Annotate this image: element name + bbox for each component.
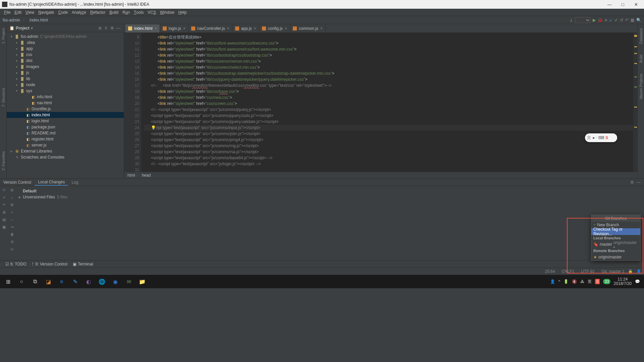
- menu-navigate[interactable]: Navigate: [36, 9, 56, 16]
- hide-icon[interactable]: —: [115, 26, 121, 31]
- vc-shelve-icon[interactable]: ▦: [1, 224, 7, 230]
- vc-delete-icon[interactable]: 🗑: [9, 232, 15, 237]
- scroll-from-source-icon[interactable]: ⊕: [97, 26, 103, 31]
- btn-version-control[interactable]: ᚶ 9: Version Control: [29, 260, 70, 267]
- status-git[interactable]: Git: master ‡: [598, 269, 625, 274]
- vc-changelist-icon[interactable]: ▤: [1, 217, 7, 222]
- cortana-icon[interactable]: ○: [15, 276, 28, 287]
- tray-expand-icon[interactable]: ^: [558, 279, 560, 284]
- vc-hide-icon[interactable]: —: [637, 180, 641, 185]
- vc-settings-icon[interactable]: ⚙: [630, 180, 634, 185]
- vc-changes-tree[interactable]: Default ▸Unversioned Files5 files: [16, 186, 644, 260]
- status-position[interactable]: 25:64: [545, 269, 555, 274]
- editor-tab-login.js[interactable]: login.js×: [160, 24, 189, 33]
- explorer-icon[interactable]: 📁: [136, 276, 149, 287]
- menu-window[interactable]: Window: [158, 9, 176, 16]
- tray-badge-icon[interactable]: 33: [603, 279, 610, 284]
- close-icon[interactable]: ×: [227, 26, 229, 31]
- vc-tab-local-changes[interactable]: Local Changes: [35, 179, 68, 186]
- tray-people-icon[interactable]: 👤: [550, 279, 555, 284]
- vc-refresh-icon[interactable]: ↻: [1, 187, 7, 193]
- menu-edit[interactable]: Edit: [12, 9, 23, 16]
- status-encoding[interactable]: UTF-8‡: [578, 269, 595, 274]
- tree-file[interactable]: ◧package.json: [7, 124, 124, 130]
- status-hector-icon[interactable]: 👤: [636, 269, 641, 274]
- run-config-select[interactable]: [575, 17, 591, 23]
- menu-run[interactable]: Run: [120, 9, 132, 16]
- tree-file[interactable]: ◧register.html: [7, 136, 124, 142]
- run-icon[interactable]: ▶: [593, 18, 596, 22]
- close-icon[interactable]: ×: [183, 26, 185, 31]
- structure-breadcrumb[interactable]: html〉head: [124, 172, 637, 178]
- tray-clock[interactable]: 11:24 2018/7/20: [614, 277, 632, 286]
- wechat-icon[interactable]: ✉: [122, 276, 136, 287]
- tool-maven[interactable]: Maven Projects: [639, 72, 643, 101]
- vc-expand-icon[interactable]: ↕: [9, 195, 15, 200]
- vc-preview-icon[interactable]: ▭: [9, 246, 15, 252]
- close-icon[interactable]: ×: [285, 26, 287, 31]
- tool-database[interactable]: Database: [639, 26, 643, 46]
- maximize-button[interactable]: □: [617, 2, 629, 7]
- vc-settings2-icon[interactable]: ⚙: [9, 202, 15, 207]
- tree-file[interactable]: ◧nav.html: [7, 100, 124, 106]
- vc-add-icon[interactable]: +: [9, 209, 15, 215]
- error-stripe[interactable]: [633, 33, 637, 172]
- ime-floating-badge[interactable]: 英●"⌨S: [585, 133, 617, 142]
- close-icon[interactable]: ×: [320, 26, 323, 31]
- menu-analyze[interactable]: Analyze: [70, 9, 88, 16]
- vc-revert-icon[interactable]: ↶: [1, 202, 7, 207]
- btn-terminal[interactable]: ▣ Terminal: [70, 260, 96, 267]
- debug-icon[interactable]: 🐞: [598, 18, 603, 22]
- close-icon[interactable]: ×: [155, 26, 157, 31]
- editor-tab-common.js[interactable]: common.js×: [290, 24, 326, 33]
- tree-file[interactable]: ◧info.html: [7, 94, 124, 100]
- tree-folder-app[interactable]: ▸▉app: [7, 46, 124, 52]
- vscode-icon[interactable]: ✎: [68, 276, 82, 287]
- close-icon[interactable]: ×: [254, 26, 256, 31]
- project-tree[interactable]: ▾▉ fss-admin C:\project\IDEA\fss-admin ▸…: [7, 32, 124, 178]
- crumb-root[interactable]: fss-admin: [3, 18, 20, 22]
- tool-favorites[interactable]: 2: Favorites: [1, 149, 5, 172]
- vc-tab-log[interactable]: Log: [68, 179, 82, 186]
- tree-folder-css[interactable]: ▸▉css: [7, 52, 124, 58]
- tray-network-icon[interactable]: 🖧: [580, 279, 584, 284]
- minimize-button[interactable]: —: [603, 2, 615, 7]
- project-panel-title[interactable]: Project: [16, 26, 30, 31]
- editor-tab-index.html[interactable]: index.html×: [125, 24, 160, 33]
- tree-folder-sys[interactable]: ▾▉sys: [7, 88, 124, 94]
- menu-tools[interactable]: Tools: [132, 9, 146, 16]
- vc-ignore-icon[interactable]: ⊘: [9, 239, 15, 244]
- vc-diff-icon[interactable]: ≣: [1, 209, 7, 215]
- project-view-icon[interactable]: 📋: [9, 26, 14, 31]
- collapse-all-icon[interactable]: ⇕: [103, 26, 109, 31]
- editor-gutter[interactable]: 9101112131415161718192021222324252627282…: [124, 33, 142, 172]
- update-project-icon[interactable]: ↙: [609, 18, 612, 22]
- editor-tab-config.js[interactable]: config.js×: [259, 24, 290, 33]
- project-structure-icon[interactable]: ▦: [631, 18, 634, 22]
- tool-build[interactable]: Build: [639, 53, 643, 65]
- status-lock-icon[interactable]: 🔒: [628, 269, 633, 274]
- crumb-file[interactable]: index.html: [30, 18, 48, 22]
- popup-remote-origin-master[interactable]: ★origin/master: [591, 254, 640, 260]
- btn-todo[interactable]: ☑ 6: TODO: [3, 260, 29, 267]
- tree-folder-.idea[interactable]: ▸▉.idea: [7, 40, 124, 46]
- tray-ime-icon[interactable]: 英: [588, 279, 592, 285]
- taskview-icon[interactable]: ⧉: [28, 276, 42, 287]
- intellij-taskbar-icon[interactable]: ◪: [42, 276, 55, 287]
- menu-view[interactable]: View: [23, 9, 36, 16]
- tree-file[interactable]: ◧Gruntfile.js: [7, 106, 124, 112]
- tree-folder-images[interactable]: ▸▉images: [7, 64, 124, 70]
- tool-project[interactable]: 1: Project: [1, 26, 5, 46]
- history-icon[interactable]: ↺: [620, 18, 623, 22]
- menu-vcs[interactable]: VCS: [146, 9, 158, 16]
- edge-icon[interactable]: e: [55, 276, 68, 287]
- vc-group-icon[interactable]: ⧉: [9, 187, 15, 193]
- settings-icon[interactable]: ⚙: [109, 26, 115, 31]
- status-eol[interactable]: CRLF‡: [558, 269, 575, 274]
- editor-code[interactable]: <title>后台管理系统title> <link rel="styleshee…: [142, 33, 633, 172]
- tree-folder-node[interactable]: ▸▉node: [7, 82, 124, 88]
- close-button[interactable]: ✕: [630, 2, 642, 7]
- commit-icon[interactable]: ✔: [614, 18, 618, 22]
- menu-code[interactable]: Code: [56, 9, 70, 16]
- tray-sogou-icon[interactable]: S: [595, 279, 600, 284]
